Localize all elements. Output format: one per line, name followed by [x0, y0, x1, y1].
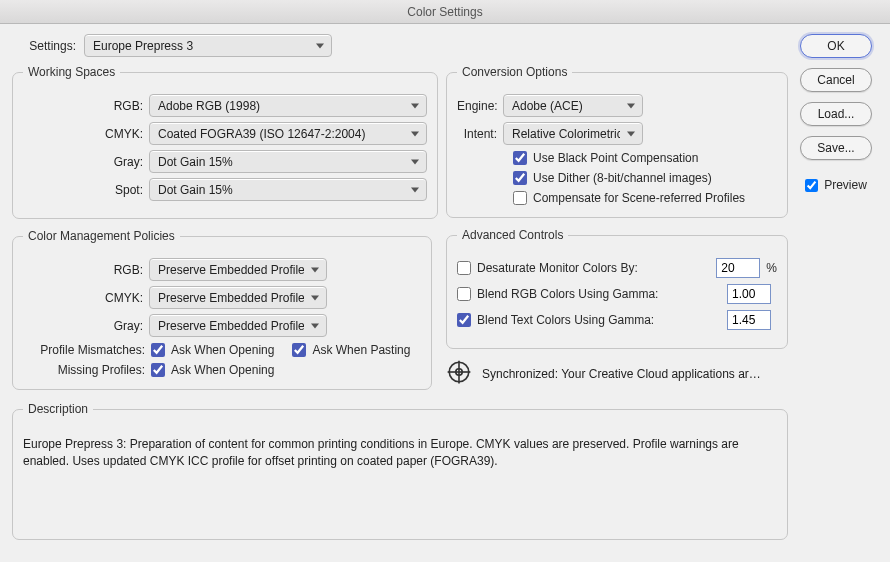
- pol-gray-label: Gray:: [23, 319, 143, 333]
- pol-rgb-dropdown[interactable]: Preserve Embedded Profiles: [149, 258, 327, 281]
- pol-rgb-label: RGB:: [23, 263, 143, 277]
- pm-ask-paste-checkbox[interactable]: [292, 343, 306, 357]
- window-title: Color Settings: [0, 0, 890, 24]
- description-text: Europe Prepress 3: Preparation of conten…: [23, 436, 777, 471]
- engine-dropdown[interactable]: Adobe (ACE): [503, 94, 643, 117]
- blend-rgb-checkbox[interactable]: [457, 287, 471, 301]
- pol-cmyk-label: CMYK:: [23, 291, 143, 305]
- sync-text: Synchronized: Your Creative Cloud applic…: [482, 367, 761, 381]
- working-spaces-legend: Working Spaces: [23, 65, 120, 79]
- blend-text-input[interactable]: [727, 310, 771, 330]
- ws-cmyk-label: CMYK:: [23, 127, 143, 141]
- engine-label: Engine:: [457, 99, 497, 113]
- ws-rgb-dropdown[interactable]: Adobe RGB (1998): [149, 94, 427, 117]
- ws-gray-label: Gray:: [23, 155, 143, 169]
- settings-label: Settings:: [20, 39, 76, 53]
- desat-unit: %: [766, 261, 777, 275]
- pol-cmyk-dropdown[interactable]: Preserve Embedded Profiles: [149, 286, 327, 309]
- bpc-label: Use Black Point Compensation: [533, 151, 698, 165]
- advanced-legend: Advanced Controls: [457, 228, 568, 242]
- desat-checkbox[interactable]: [457, 261, 471, 275]
- mp-ask-open-checkbox[interactable]: [151, 363, 165, 377]
- policies-group: Color Management Policies RGB:Preserve E…: [12, 229, 432, 390]
- save-button[interactable]: Save...: [800, 136, 872, 160]
- load-button[interactable]: Load...: [800, 102, 872, 126]
- scene-checkbox[interactable]: [513, 191, 527, 205]
- profile-mismatches-label: Profile Mismatches:: [23, 343, 145, 357]
- pm-ask-open-label: Ask When Opening: [171, 343, 274, 357]
- ws-cmyk-dropdown[interactable]: Coated FOGRA39 (ISO 12647-2:2004): [149, 122, 427, 145]
- desat-label: Desaturate Monitor Colors By:: [477, 261, 638, 275]
- intent-label: Intent:: [457, 127, 497, 141]
- preview-checkbox[interactable]: [805, 179, 818, 192]
- blend-text-checkbox[interactable]: [457, 313, 471, 327]
- working-spaces-group: Working Spaces RGB:Adobe RGB (1998) CMYK…: [12, 65, 438, 219]
- intent-dropdown[interactable]: Relative Colorimetric: [503, 122, 643, 145]
- ws-spot-dropdown[interactable]: Dot Gain 15%: [149, 178, 427, 201]
- blend-rgb-input[interactable]: [727, 284, 771, 304]
- blend-rgb-label: Blend RGB Colors Using Gamma:: [477, 287, 658, 301]
- ws-rgb-label: RGB:: [23, 99, 143, 113]
- pm-ask-open-checkbox[interactable]: [151, 343, 165, 357]
- description-group: Description Europe Prepress 3: Preparati…: [12, 402, 788, 540]
- ws-spot-label: Spot:: [23, 183, 143, 197]
- description-legend: Description: [23, 402, 93, 416]
- dialog-body: Settings: Europe Prepress 3 Working Spac…: [0, 24, 890, 562]
- dither-label: Use Dither (8-bit/channel images): [533, 171, 712, 185]
- ok-button[interactable]: OK: [800, 34, 872, 58]
- advanced-group: Advanced Controls Desaturate Monitor Col…: [446, 228, 788, 349]
- desat-input[interactable]: [716, 258, 760, 278]
- pol-gray-dropdown[interactable]: Preserve Embedded Profiles: [149, 314, 327, 337]
- missing-profiles-label: Missing Profiles:: [23, 363, 145, 377]
- cancel-button[interactable]: Cancel: [800, 68, 872, 92]
- conversion-legend: Conversion Options: [457, 65, 572, 79]
- policies-legend: Color Management Policies: [23, 229, 180, 243]
- settings-dropdown[interactable]: Europe Prepress 3: [84, 34, 332, 57]
- conversion-group: Conversion Options Engine:Adobe (ACE) In…: [446, 65, 788, 218]
- ws-gray-dropdown[interactable]: Dot Gain 15%: [149, 150, 427, 173]
- bpc-checkbox[interactable]: [513, 151, 527, 165]
- mp-ask-open-label: Ask When Opening: [171, 363, 274, 377]
- preview-label: Preview: [824, 178, 867, 192]
- sync-icon: [446, 359, 472, 388]
- dither-checkbox[interactable]: [513, 171, 527, 185]
- scene-label: Compensate for Scene-referred Profiles: [533, 191, 745, 205]
- pm-ask-paste-label: Ask When Pasting: [312, 343, 410, 357]
- blend-text-label: Blend Text Colors Using Gamma:: [477, 313, 654, 327]
